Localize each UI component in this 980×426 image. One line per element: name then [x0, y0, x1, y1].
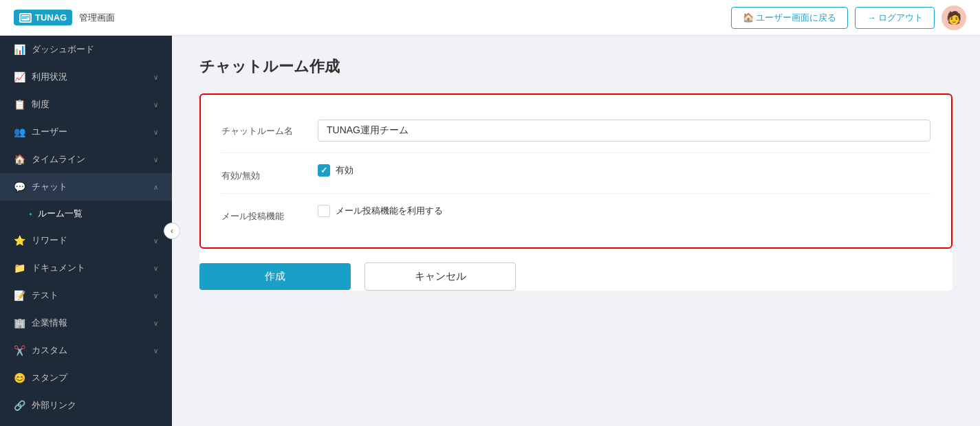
sidebar-wrapper: 📊 ダッシュボード 📈 利用状況 ∨ 📋 制度 ∨: [0, 36, 172, 426]
room-list-label: ルーム一覧: [38, 208, 83, 220]
chevron-down-icon: ∨: [153, 292, 158, 300]
sidebar-item-system[interactable]: 📋 制度 ∨: [0, 91, 172, 118]
sidebar-item-label: スタンプ: [32, 372, 67, 384]
chat-icon: 💬: [14, 181, 25, 192]
chevron-down-icon: ∨: [153, 320, 158, 327]
form-row-room-name: チャットルーム名: [221, 109, 930, 153]
logo-text: TUNAG: [35, 12, 67, 23]
admin-label: 管理画面: [79, 12, 115, 24]
svg-rect-3: [22, 18, 27, 19]
sidebar-collapse-button[interactable]: ‹: [164, 223, 180, 239]
usage-icon: 📈: [14, 71, 25, 82]
action-row: 作成 キャンセル: [199, 262, 952, 291]
mail-checkbox-label: メール投稿機能を利用する: [336, 205, 443, 217]
external-icon: 🔗: [14, 400, 25, 411]
main-content: チャットルーム作成 チャットルーム名 有効/無効 有効: [172, 36, 980, 426]
users-icon: 👥: [14, 126, 25, 137]
sidebar-item-label: 制度: [32, 98, 50, 111]
chevron-down-icon: ∨: [153, 128, 158, 136]
sidebar: 📊 ダッシュボード 📈 利用状況 ∨ 📋 制度 ∨: [0, 36, 172, 426]
enabled-checkbox-row: 有効: [318, 164, 930, 177]
enabled-label: 有効/無効: [221, 164, 318, 182]
logo: TUNAG: [14, 10, 72, 25]
sidebar-subitem-room-list[interactable]: ルーム一覧: [0, 201, 172, 227]
chevron-down-icon: ∨: [153, 265, 158, 272]
logout-button[interactable]: → ログアウト: [855, 7, 935, 29]
header-actions: 🏠 ユーザー画面に戻る → ログアウト 🧑: [731, 5, 966, 30]
room-name-control: [318, 120, 930, 142]
sidebar-item-label: カスタム: [32, 344, 67, 357]
sidebar-item-users[interactable]: 👥 ユーザー ∨: [0, 118, 172, 146]
test-icon: 📝: [14, 290, 25, 301]
cancel-button[interactable]: キャンセル: [364, 262, 516, 291]
sidebar-item-csv[interactable]: 📊 CSV出力: [0, 419, 172, 426]
chevron-down-icon: ∨: [153, 237, 158, 245]
svg-rect-2: [22, 16, 29, 17]
document-icon: 📁: [14, 262, 25, 273]
company-icon: 🏢: [14, 317, 25, 328]
form-inner: チャットルーム名 有効/無効 有効: [199, 93, 952, 249]
header: TUNAG 管理画面 🏠 ユーザー画面に戻る → ログアウト 🧑: [0, 0, 980, 36]
sidebar-item-company[interactable]: 🏢 企業情報 ∨: [0, 309, 172, 337]
logo-icon: [19, 13, 32, 23]
enabled-checkbox-label: 有効: [336, 164, 353, 177]
chevron-up-icon: ∧: [153, 183, 158, 191]
create-button[interactable]: 作成: [199, 263, 351, 290]
sidebar-item-timeline[interactable]: 🏠 タイムライン ∨: [0, 146, 172, 173]
sidebar-item-label: タイムライン: [32, 153, 85, 166]
sidebar-item-reward[interactable]: ⭐ リワード ∨: [0, 227, 172, 254]
timeline-icon: 🏠: [14, 154, 25, 165]
sidebar-item-chat[interactable]: 💬 チャット ∧: [0, 173, 172, 201]
form-row-mail: メール投稿機能 メール投稿機能を利用する: [221, 194, 930, 234]
sidebar-item-label: チャット: [32, 181, 67, 193]
chevron-down-icon: ∨: [153, 156, 158, 164]
chevron-down-icon: ∨: [153, 74, 158, 81]
form-card: チャットルーム名 有効/無効 有効: [199, 93, 952, 291]
logo-area: TUNAG 管理画面: [14, 10, 115, 25]
sidebar-item-label: リワード: [32, 234, 67, 247]
sidebar-item-external[interactable]: 🔗 外部リンク: [0, 392, 172, 419]
sidebar-item-label: テスト: [32, 289, 58, 302]
dashboard-icon: 📊: [14, 44, 25, 55]
mail-checkbox-row: メール投稿機能を利用する: [318, 205, 930, 217]
sidebar-item-label: ユーザー: [32, 126, 67, 138]
user-screen-button[interactable]: 🏠 ユーザー画面に戻る: [731, 7, 849, 29]
sidebar-item-custom[interactable]: ✂️ カスタム ∨: [0, 337, 172, 364]
sidebar-item-label: ダッシュボード: [32, 43, 94, 56]
enabled-control: 有効: [318, 164, 930, 177]
custom-icon: ✂️: [14, 345, 25, 356]
avatar: 🧑: [941, 5, 966, 30]
room-name-label: チャットルーム名: [221, 120, 318, 137]
stamp-icon: 😊: [14, 372, 25, 383]
sidebar-item-stamp[interactable]: 😊 スタンプ: [0, 364, 172, 392]
sidebar-item-document[interactable]: 📁 ドキュメント ∨: [0, 254, 172, 282]
sidebar-item-usage[interactable]: 📈 利用状況 ∨: [0, 63, 172, 91]
reward-icon: ⭐: [14, 235, 25, 246]
sidebar-item-test[interactable]: 📝 テスト ∨: [0, 282, 172, 309]
page-title: チャットルーム作成: [199, 56, 952, 77]
chevron-down-icon: ∨: [153, 347, 158, 355]
room-name-input[interactable]: [318, 120, 930, 142]
mail-label: メール投稿機能: [221, 205, 318, 223]
sidebar-item-label: 利用状況: [32, 71, 67, 83]
mail-checkbox[interactable]: [318, 205, 330, 217]
sidebar-item-label: 外部リンク: [32, 399, 76, 412]
layout: 📊 ダッシュボード 📈 利用状況 ∨ 📋 制度 ∨: [0, 36, 980, 426]
chevron-down-icon: ∨: [153, 101, 158, 109]
enabled-checkbox[interactable]: [318, 164, 330, 177]
form-row-enabled: 有効/無効 有効: [221, 153, 930, 194]
system-icon: 📋: [14, 99, 25, 110]
sidebar-item-label: 企業情報: [32, 317, 67, 329]
sidebar-item-dashboard[interactable]: 📊 ダッシュボード: [0, 36, 172, 63]
sidebar-item-label: ドキュメント: [32, 262, 85, 274]
mail-control: メール投稿機能を利用する: [318, 205, 930, 217]
